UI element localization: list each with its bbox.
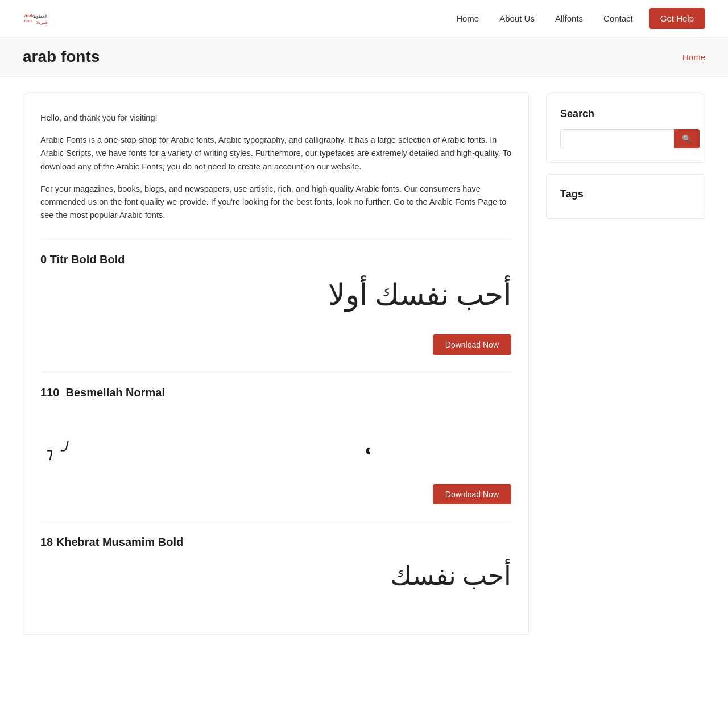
site-header: Arab fonts الحطوط قبيرعلا Home About Us … (0, 0, 728, 38)
svg-text:قبيرعلا: قبيرعلا (36, 20, 47, 24)
search-button[interactable]: 🔍 (674, 129, 700, 148)
download-row-1: Download Now (40, 334, 511, 355)
font-entry-1: 0 Titr Bold Bold أحب نفسك أولا Download … (40, 239, 511, 355)
search-input[interactable] (560, 129, 674, 148)
font-preview-1: أحب نفسك أولا (40, 278, 511, 323)
svg-text:الحطوط: الحطوط (33, 14, 47, 19)
download-row-2: Download Now (40, 484, 511, 504)
intro-para2: For your magazines, books, blogs, and ne… (40, 183, 511, 222)
tags-title: Tags (560, 188, 691, 200)
font-entry-2: 110_Besmellah Normal ﷽ عشق محمداللہ مولا… (40, 372, 511, 504)
download-button-1[interactable]: Download Now (433, 334, 511, 355)
search-icon: 🔍 (682, 134, 692, 143)
font-title-2: 110_Besmellah Normal (40, 386, 511, 399)
search-row: 🔍 (560, 129, 691, 148)
font-preview-3: أحب نفسك (40, 560, 511, 606)
intro-para1: Arabic Fonts is a one-stop-shop for Arab… (40, 134, 511, 173)
logo-icon: Arab fonts الحطوط قبيرعلا (23, 6, 68, 31)
tags-widget: Tags (546, 174, 705, 219)
nav-contact[interactable]: Contact (594, 9, 642, 28)
nav-home[interactable]: Home (447, 9, 488, 28)
svg-text:﷽ عشق محمداللہ مولاناللہ تیبر : ﷽ عشق محمداللہ مولاناللہ تیبر ببیتالی (365, 434, 370, 457)
main-nav: Home About Us Allfonts Contact Get Help (447, 8, 705, 29)
svg-text:╮ ╯: ╮ ╯ (46, 441, 69, 460)
font-preview-text-1: أحب نفسك أولا (40, 278, 511, 312)
intro-greeting: Hello, and thank you for visiting! (40, 111, 511, 125)
font-preview-text-3: أحب نفسك (40, 560, 511, 591)
nav-allfonts[interactable]: Allfonts (546, 9, 592, 28)
sidebar: Search 🔍 Tags (546, 94, 705, 635)
logo-link[interactable]: Arab fonts الحطوط قبيرعلا (23, 6, 68, 31)
download-button-2[interactable]: Download Now (433, 484, 511, 504)
page-heading: arab fonts (23, 48, 100, 66)
main-container: Hello, and thank you for visiting! Arabi… (0, 77, 728, 652)
breadcrumb-bar: arab fonts Home (0, 38, 728, 77)
font-preview-2: ﷽ عشق محمداللہ مولاناللہ تیبر ببیتالی ╮ … (40, 411, 511, 473)
search-title: Search (560, 108, 691, 120)
nav-get-help[interactable]: Get Help (649, 8, 705, 29)
nav-about[interactable]: About Us (490, 9, 544, 28)
svg-text:Arab: Arab (24, 13, 34, 18)
breadcrumb-home[interactable]: Home (682, 52, 705, 62)
intro-section: Hello, and thank you for visiting! Arabi… (40, 111, 511, 222)
font-entry-3: 18 Khebrat Musamim Bold أحب نفسك (40, 522, 511, 606)
content-area: Hello, and thank you for visiting! Arabi… (23, 94, 529, 635)
font-title-3: 18 Khebrat Musamim Bold (40, 536, 511, 549)
font-title-1: 0 Titr Bold Bold (40, 253, 511, 266)
search-widget: Search 🔍 (546, 94, 705, 163)
svg-text:fonts: fonts (24, 19, 32, 23)
